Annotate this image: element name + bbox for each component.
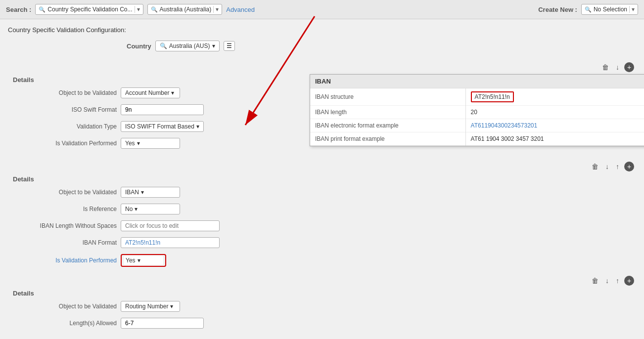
object-validated-dropdown-2[interactable]: IBAN ▾ [121,187,180,198]
validation-type-arrow[interactable]: ▾ [196,123,199,130]
page-title: Country Specific Validation Configuratio… [8,26,636,34]
no-selection-icon: 🔍 [585,6,592,13]
details-2-container: 🗑 ↓ ↑ + Details Object to be Validated I… [8,159,636,267]
is-validation-arrow-2[interactable]: ▾ [138,257,140,264]
object-validated-dropdown-1[interactable]: Account Number ▾ [121,87,180,98]
details-1-left: Details Object to be Validated Account N… [8,74,302,155]
main-content: Country Specific Validation Configuratio… [0,19,644,339]
plus-button-3[interactable]: + [624,276,634,286]
object-validated-row-3: Object to be Validated Routing Number ▾ [8,301,636,312]
lengths-row: Length(s) Allowed [8,318,636,329]
down-button-2[interactable]: ↓ [603,162,611,171]
object-validated-label-2: Object to be Validated [8,189,117,196]
trash-button-2[interactable]: 🗑 [590,162,600,171]
iban-label-2: IBAN electronic format example [310,119,465,132]
object-validated-row-1: Object to be Validated Account Number ▾ [8,87,302,98]
no-selection-value: No Selection [594,6,627,13]
object-validated-arrow-3[interactable]: ▾ [170,303,173,310]
no-selection-arrow[interactable]: ▾ [629,6,635,13]
iban-format-row: IBAN Format [8,237,636,248]
up-button-3[interactable]: ↑ [614,276,621,286]
iban-row-3: IBAN print format example AT61 1904 3002… [310,132,644,146]
details-1-label: Details [8,74,302,87]
iso-swift-row: ISO Swift Format [8,104,302,115]
search-value-2: Australia (Australia) [160,6,212,13]
search-dropdown-arrow-2[interactable]: ▾ [213,6,219,13]
iban-value-1: 20 [465,106,644,119]
down-button-1[interactable]: ↓ [614,62,621,72]
object-validated-value-3: Routing Number [125,303,168,310]
lengths-label: Length(s) Allowed [8,320,117,327]
iban-row-1: IBAN length 20 [310,106,644,119]
iban-length-row: IBAN Length Without Spaces [8,220,636,231]
details-1-body: Details Object to be Validated Account N… [8,74,636,155]
iban-label-1: IBAN length [310,106,465,119]
object-validated-arrow-2[interactable]: ▾ [141,189,144,196]
iban-table: IBAN structure AT2!n5!n11!n IBAN length … [310,88,644,146]
is-validation-label-1: Is Validation Performed [8,140,117,147]
is-reference-row: Is Reference No ▾ [8,204,636,214]
object-validated-arrow-1[interactable]: ▾ [171,89,174,96]
country-value: Australia (AUS) [169,42,210,49]
validation-type-dropdown[interactable]: ISO SWIFT Format Based ▾ [121,121,204,132]
is-reference-dropdown[interactable]: No ▾ [121,204,180,214]
search-icon-1: 🔍 [39,6,46,13]
object-validated-value-2: IBAN [125,189,139,196]
iban-popup-header: IBAN [310,75,644,88]
is-validation-bordered: Yes ▾ [121,254,166,267]
is-validation-arrow-1[interactable]: ▾ [137,140,140,147]
create-new-label: Create New : [538,6,577,13]
iban-popup-container: IBAN IBAN structure AT2!n5!n11!n IBAN le… [310,74,636,155]
iban-value-3: AT61 1904 3002 3457 3201 [465,132,644,146]
is-reference-arrow[interactable]: ▾ [135,206,138,212]
details-2-actions: 🗑 ↓ ↑ + [8,159,636,173]
is-validation-row-2: Is Validation Performed Yes ▾ [8,254,636,267]
search-dropdown-1[interactable]: 🔍 Country Specific Validation Co... ▾ [35,4,143,15]
lengths-input[interactable] [121,318,204,329]
iban-length-input[interactable] [121,220,220,231]
plus-button-2[interactable]: + [624,162,634,171]
iban-row-0: IBAN structure AT2!n5!n11!n [310,88,644,106]
details-1-container: 🗑 ↓ + Details Object to be Validated Acc… [8,59,636,155]
is-reference-label: Is Reference [8,206,117,212]
search-label: Search : [6,6,31,13]
object-validated-row-2: Object to be Validated IBAN ▾ [8,187,636,198]
country-icon: 🔍 [160,42,167,49]
is-validation-dropdown-1[interactable]: Yes ▾ [121,138,180,149]
is-validation-value-1: Yes [125,140,135,147]
country-dropdown-arrow[interactable]: ▾ [212,42,215,49]
search-dropdown-2[interactable]: 🔍 Australia (Australia) ▾ [147,4,223,15]
iban-value-2: AT611904300234573201 [465,119,644,132]
trash-button-3[interactable]: 🗑 [590,276,600,286]
iban-format-label: IBAN Format [8,239,117,246]
iban-format-input[interactable] [121,237,220,248]
list-icon-button[interactable]: ☰ [224,41,235,51]
is-validation-value-2: Yes [126,257,136,264]
no-selection-dropdown[interactable]: 🔍 No Selection ▾ [581,4,638,15]
iban-length-label: IBAN Length Without Spaces [8,222,117,229]
iban-label-0: IBAN structure [310,88,465,106]
iso-swift-label: ISO Swift Format [8,106,117,113]
down-button-3[interactable]: ↓ [603,276,611,286]
is-validation-row-1: Is Validation Performed Yes ▾ [8,138,302,149]
validation-type-value: ISO SWIFT Format Based [125,123,194,130]
trash-button-1[interactable]: 🗑 [600,62,611,72]
top-bar: Search : 🔍 Country Specific Validation C… [0,0,644,19]
search-value-1: Country Specific Validation Co... [47,6,132,13]
details-3-actions: 🗑 ↓ ↑ + [8,273,636,288]
iban-label-3: IBAN print format example [310,132,465,146]
plus-button-1[interactable]: + [624,62,634,72]
object-validated-dropdown-3[interactable]: Routing Number ▾ [121,301,180,312]
advanced-link[interactable]: Advanced [226,6,255,13]
details-3-label: Details [8,288,636,301]
validation-type-label: Validation Type [8,123,117,130]
country-dropdown[interactable]: 🔍 Australia (AUS) ▾ [155,41,220,51]
details-2-label: Details [8,173,636,187]
up-button-2[interactable]: ↑ [614,162,621,171]
search-dropdown-arrow-1[interactable]: ▾ [135,6,140,13]
object-validated-label-1: Object to be Validated [8,89,117,96]
iban-popup: IBAN IBAN structure AT2!n5!n11!n IBAN le… [310,74,644,146]
iso-swift-input[interactable] [121,104,204,115]
country-row: Country 🔍 Australia (AUS) ▾ ☰ [127,41,636,51]
is-validation-dropdown-2[interactable]: Yes ▾ [124,256,163,265]
